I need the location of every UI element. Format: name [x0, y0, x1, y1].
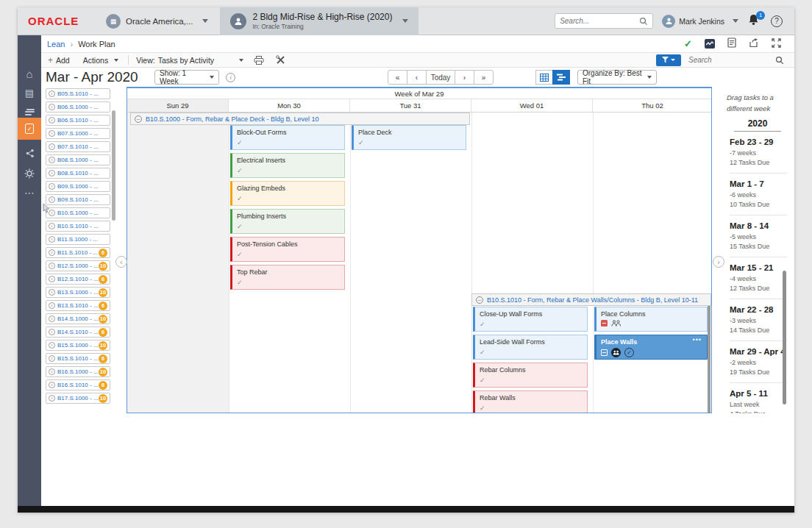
show-range-dropdown[interactable]: Show: 1 Week — [154, 70, 219, 85]
task-card[interactable]: Rebar Walls✓ — [473, 390, 588, 413]
task-list-item[interactable]: ›B12.S.1000 - ...10 — [46, 260, 110, 271]
task-list-scrollbar[interactable] — [112, 110, 115, 221]
more-ellipsis-icon[interactable]: ⋯ — [18, 185, 41, 200]
task-list-item[interactable]: ›B11.S.1010 - ...6 — [46, 247, 110, 258]
week-panel-scrollbar[interactable] — [783, 271, 786, 404]
org-selector[interactable]: ▦ Oracle America,... — [99, 7, 216, 35]
view-dropdown[interactable]: Tasks by Activity — [158, 56, 248, 65]
task-list-item[interactable]: ›B14.S.1000 - ...10 — [46, 313, 110, 324]
tools-wrench-icon[interactable] — [276, 55, 285, 65]
task-card[interactable]: Close-Up Wall Forms✓ — [473, 307, 588, 332]
task-list-item[interactable]: ›B13.S.1000 - ...10 — [46, 287, 110, 298]
gear-icon[interactable] — [18, 166, 41, 181]
task-list-item[interactable]: ›B14.S.1010 - ...6 — [46, 327, 110, 338]
swimlane-header[interactable]: –B10.S.1010 - Form, Rebar & Place Walls/… — [471, 293, 711, 306]
task-card[interactable]: Place Deck✓ — [352, 125, 466, 150]
collapse-lane-icon[interactable]: – — [476, 296, 483, 304]
task-count-badge: 10 — [99, 394, 107, 403]
task-list-item[interactable]: ›B08.S.1010 - ... — [46, 168, 110, 179]
global-search-input[interactable] — [560, 17, 639, 25]
task-card[interactable]: Rebar Columns✓ — [473, 363, 588, 388]
calendar-scrollbar[interactable] — [708, 304, 710, 413]
add-button[interactable]: +Add — [41, 53, 76, 67]
task-count-badge: 6 — [99, 354, 107, 363]
register-icon[interactable]: ▤ — [18, 85, 41, 100]
task-list-item[interactable]: ›B07.S.1000 - ... — [46, 128, 110, 139]
task-card[interactable]: Place Columns — [594, 307, 708, 332]
search-icon[interactable] — [639, 17, 648, 26]
share-export-icon[interactable] — [749, 38, 759, 51]
work-plan-active-item[interactable]: ✓ — [18, 118, 41, 140]
breadcrumb-lean-link[interactable]: Lean — [47, 40, 65, 49]
fullscreen-icon[interactable] — [772, 38, 781, 51]
project-avatar-icon — [230, 13, 246, 29]
task-list-item[interactable]: ›B10.S.1000 - ... — [46, 207, 110, 218]
task-list-item[interactable]: ›B15.S.1010 - ...6 — [46, 353, 110, 364]
crew-dark-icon[interactable] — [611, 348, 621, 357]
check-icon[interactable]: ✓ — [684, 38, 692, 49]
task-list-item[interactable]: ›B16.S.1000 - ...10 — [46, 366, 110, 377]
task-list-item[interactable]: ›B07.S.1010 - ... — [46, 141, 110, 152]
collapse-right-panel-button[interactable]: › — [713, 256, 724, 268]
task-card[interactable]: Lead-Side Wall Forms✓ — [473, 335, 588, 360]
task-list-item[interactable]: ›B09.S.1010 - ... — [46, 194, 110, 205]
today-button[interactable]: Today — [426, 70, 455, 85]
collapse-left-panel-button[interactable]: ‹ — [115, 256, 127, 268]
activity-snapshot-icon[interactable] — [705, 39, 715, 49]
task-list-item[interactable]: ›B12.S.1010 - ...6 — [46, 274, 110, 285]
task-list-item[interactable]: ›B15.S.1000 - ...10 — [46, 340, 110, 351]
task-card[interactable]: Post-Tension Cables✓ — [230, 237, 345, 262]
week-entry[interactable]: Mar 29 - Apr 4-2 weeks19 Tasks Due — [730, 341, 787, 383]
week-entry[interactable]: Mar 8 - 14-5 weeks15 Tasks Due — [730, 215, 787, 257]
task-list-item[interactable]: ›B17.S.1000 - ...10 — [46, 393, 110, 404]
swimlane-view-toggle[interactable] — [552, 70, 570, 85]
share-network-icon[interactable] — [18, 146, 41, 160]
report-icon[interactable] — [727, 38, 736, 51]
previous-week-button[interactable]: ‹ — [407, 70, 427, 85]
week-entry[interactable]: Mar 15 - 21-4 weeks12 Tasks Due — [730, 257, 787, 299]
check-circle-icon[interactable]: ✓ — [624, 348, 634, 357]
week-entry[interactable]: Mar 22 - 28-3 weeks14 Tasks Due — [730, 299, 787, 341]
notifications-button[interactable]: 1 — [747, 13, 762, 29]
task-list-item[interactable]: ›B13.S.1010 - ...6 — [46, 300, 110, 311]
chevron-circle-icon: › — [49, 395, 55, 402]
organize-by-dropdown[interactable]: Organize By: Best Fit — [577, 70, 657, 85]
task-card[interactable]: Block-Out Forms✓ — [230, 125, 345, 150]
task-list-item[interactable]: ›B06.S.1000 - ... — [46, 101, 110, 113]
task-card[interactable]: Plumbing Inserts✓ — [230, 209, 345, 234]
week-entry[interactable]: Feb 23 - 29-7 weeks12 Tasks Due — [730, 132, 787, 174]
swimlane-header[interactable]: –B10.S.1000 - Form, Rebar & Place Deck -… — [130, 113, 470, 125]
next-week-button[interactable]: › — [455, 70, 474, 85]
project-selector[interactable]: 2 Bldg Mid-Rise & High-Rise (2020) In: O… — [220, 7, 419, 35]
task-list-item[interactable]: ›B08.S.1000 - ... — [46, 154, 110, 165]
actions-menu-button[interactable]: Actions — [76, 53, 125, 67]
search-icon[interactable] — [775, 56, 784, 65]
user-menu[interactable]: Mark Jenkins — [662, 15, 738, 28]
first-week-button[interactable]: « — [388, 70, 407, 85]
task-list-item[interactable]: ›B10.S.1010 - ... — [46, 221, 110, 232]
info-icon[interactable]: i — [226, 73, 235, 82]
task-card[interactable]: Glazing Embeds✓ — [230, 181, 345, 206]
task-card[interactable]: Top Rebar✓ — [230, 265, 345, 290]
task-list-item[interactable]: ›B06.S.1010 - ... — [46, 115, 110, 126]
workplan-search-input[interactable] — [688, 56, 768, 64]
task-list-item[interactable]: ›B11.S.1000 - ... — [46, 234, 110, 245]
collapse-lane-icon[interactable]: – — [135, 115, 142, 123]
task-card[interactable]: Place Walls•••✓ — [594, 335, 708, 360]
home-icon[interactable]: ⌂ — [18, 66, 41, 81]
grid-view-toggle[interactable] — [535, 70, 553, 85]
task-card[interactable]: Electrical Inserts✓ — [230, 153, 345, 178]
help-button[interactable]: ? — [771, 15, 783, 27]
week-offset-label: -3 weeks — [730, 317, 787, 324]
filter-button[interactable] — [656, 54, 681, 66]
task-list-item[interactable]: ›B16.S.1010 - ...6 — [46, 379, 110, 390]
last-week-button[interactable]: » — [474, 70, 494, 85]
task-list-item[interactable]: ›B09.S.1000 - ... — [46, 181, 110, 192]
card-menu-icon[interactable]: ••• — [693, 336, 702, 343]
print-icon[interactable] — [254, 56, 264, 65]
schedule-bars-icon[interactable] — [18, 104, 41, 119]
week-entry[interactable]: Apr 5 - 11Last week4 Tasks Due — [730, 383, 787, 413]
week-entry[interactable]: Mar 1 - 7-6 weeks10 Tasks Due — [730, 174, 787, 215]
task-list-item[interactable]: ›B05.S.1010 - ... — [46, 88, 110, 99]
chevron-circle-icon: › — [49, 355, 55, 362]
